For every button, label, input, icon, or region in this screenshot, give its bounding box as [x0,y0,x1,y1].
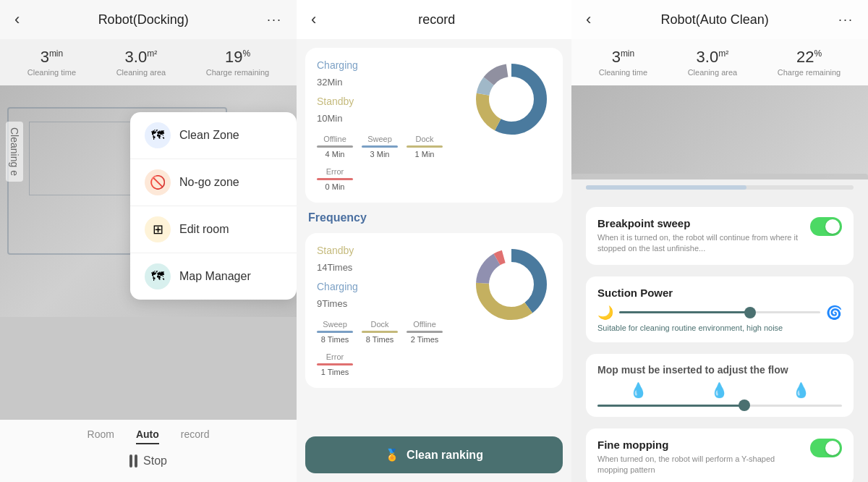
context-menu: 🗺 Clean Zone 🚫 No-go zone ⊞ Edit room 🗺 … [130,112,297,300]
right-settings: Breakpoint sweep When it is turned on, t… [571,195,868,482]
svg-point-9 [491,264,532,305]
charging-stat: Charging 32Min [317,59,460,90]
menu-item-edit-room[interactable]: ⊞ Edit room [130,206,297,253]
frequency-stats-list: Standby 14Times Charging 9Times Sweep [317,245,460,376]
right-more-button[interactable]: ··· [838,12,854,28]
right-stat-cleaning-area: 3.0m² Cleaning area [688,48,738,77]
sweep-bar [362,145,398,148]
center-header: ‹ record [297,0,571,39]
stop-button[interactable]: Stop [14,454,282,468]
left-back-button[interactable]: ‹ [14,10,20,29]
menu-item-map-manager[interactable]: 🗺 Map Manager [130,253,297,300]
center-body: Charging 32Min Standby 10Min Offline 4 [297,39,571,436]
bottom-nav: Room Auto record Stop [0,420,297,482]
left-stats-bar: 3min Cleaning time 3.0m² Cleaning area 1… [0,39,297,85]
center-title: record [316,12,557,28]
fine-mopping-desc: When turned on, the robot will perform a… [597,454,803,476]
left-title: Robot(Docking) [98,12,189,28]
usage-donut [472,59,551,139]
right-header: ‹ Robot(Auto Clean) ··· [571,0,868,39]
fine-mopping-title: Fine mopping [597,439,803,451]
freq-mini-dock: Dock 8 Times [362,320,398,344]
mini-stats-usage: Offline 4 Min Sweep 3 Min Dock 1 Min [317,135,460,191]
frequency-donut [472,245,551,324]
left-stat-cleaning-time: 3min Cleaning time [27,48,76,77]
water-mid-icon: 💧 [710,381,728,399]
frequency-title: Frequency [305,211,563,224]
breakpoint-sweep-setting: Breakpoint sweep When it is turned on, t… [586,207,854,265]
right-map [571,85,868,179]
mini-stat-offline: Offline 4 Min [317,135,353,158]
edit-room-icon: ⊞ [145,216,171,242]
freq-mini-offline: Offline 2 Times [407,320,443,344]
mini-stat-error: Error 0 Min [317,167,353,191]
fine-mopping-toggle[interactable] [810,439,842,457]
mini-stat-sweep: Sweep 3 Min [362,135,398,158]
right-stats-bar: 3min Cleaning time 3.0m² Cleaning area 2… [571,39,868,85]
left-top-bar: ‹ Robot(Docking) ··· [0,0,297,39]
mini-stat-dock: Dock 1 Min [407,135,443,158]
water-icons: 💧 💧 💧 [597,381,842,399]
left-stat-cleaning-area: 3.0m² Cleaning area [116,48,166,77]
right-progress-bar [586,185,854,190]
suction-slider-track[interactable] [619,311,820,313]
right-title: Robot(Auto Clean) [661,12,769,28]
mop-slider-thumb[interactable] [739,399,750,411]
mop-slider-track[interactable] [597,405,842,407]
usage-card: Charging 32Min Standby 10Min Offline 4 [305,48,563,203]
menu-item-clean-zone[interactable]: 🗺 Clean Zone [130,112,297,159]
standby-stat: Standby 10Min [317,96,460,126]
breakpoint-title: Breakpoint sweep [597,217,803,229]
water-low-icon: 💧 [629,381,647,399]
dock-bar [407,145,443,148]
suction-title: Suction Power [597,287,842,299]
water-high-icon: 💧 [792,381,810,399]
menu-label-edit-room: Edit room [179,223,229,236]
frequency-donut-svg [472,245,551,324]
suction-slider-thumb[interactable] [744,307,756,318]
menu-label-no-go-zone: No-go zone [179,176,239,189]
freq-mini-sweep: Sweep 8 Times [317,320,353,344]
right-stat-cleaning-time: 3min Cleaning time [599,48,647,77]
error-bar [317,178,353,180]
suction-power-setting: Suction Power 🌙 🌀 Suitable for cleaning … [586,276,854,342]
frequency-card: Standby 14Times Charging 9Times Sweep [305,233,563,388]
menu-label-map-manager: Map Manager [179,270,251,283]
pause-icon [129,454,137,468]
right-back-button[interactable]: ‹ [586,10,591,29]
freq-standby-stat: Standby 14Times [317,245,460,275]
tab-room[interactable]: Room [88,428,114,444]
fine-mopping-setting: Fine mopping When turned on, the robot w… [586,428,854,482]
mop-setting: Mop must be inserted to adjust the flow … [586,354,854,417]
cleaning-label: Cleaning e [6,122,23,182]
mini-stats-freq: Sweep 8 Times Dock 8 Times Offline 2 Tim… [317,320,460,376]
right-stat-charge: 22% Charge remaining [778,48,841,77]
freq-mini-error: Error 1 Times [317,352,353,376]
ranking-btn-text: Clean ranking [407,449,483,462]
tab-auto[interactable]: Auto [136,428,159,444]
offline-bar [317,145,353,148]
right-panel: ‹ Robot(Auto Clean) ··· 3min Cleaning ti… [571,0,868,482]
fan-icon: 🌀 [826,305,842,321]
center-panel: ‹ record Charging 32Min Standby 10Min [297,0,571,482]
usage-stats-list: Charging 32Min Standby 10Min Offline 4 [317,59,460,191]
center-back-button[interactable]: ‹ [311,10,316,29]
moon-icon: 🌙 [597,305,613,321]
menu-item-no-go-zone[interactable]: 🚫 No-go zone [130,159,297,206]
left-more-button[interactable]: ··· [267,12,282,28]
tab-record[interactable]: record [181,428,210,444]
freq-charging-stat: Charging 9Times [317,281,460,311]
breakpoint-toggle[interactable] [810,217,842,236]
left-panel: ‹ Robot(Docking) ··· 3min Cleaning time … [0,0,297,482]
suction-label: Suitable for cleaning routine environmen… [597,324,842,332]
usage-donut-svg [472,59,551,139]
menu-label-clean-zone: Clean Zone [179,129,239,142]
clean-ranking-button[interactable]: 🏅 Clean ranking [305,436,563,473]
medal-icon: 🏅 [385,448,399,462]
map-manager-icon: 🗺 [145,263,171,289]
left-stat-charge: 19% Charge remaining [206,48,269,77]
svg-point-4 [491,79,532,119]
clean-zone-icon: 🗺 [145,122,171,148]
mop-title: Mop must be inserted to adjust the flow [597,364,842,376]
breakpoint-desc: When it is turned on, the robot will con… [597,232,803,255]
